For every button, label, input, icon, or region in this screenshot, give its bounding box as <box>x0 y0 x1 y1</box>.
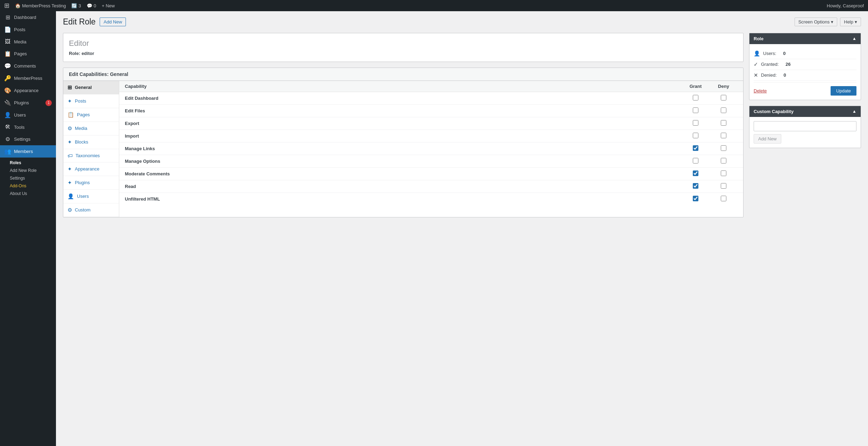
cap-deny-check[interactable] <box>710 95 738 102</box>
media-icon: 🖼 <box>4 39 11 45</box>
submenu-add-new-role[interactable]: Add New Role <box>0 167 56 174</box>
deny-checkbox[interactable] <box>721 145 726 151</box>
sidebar-item-label: Settings <box>14 137 30 142</box>
cap-grant-check[interactable] <box>682 107 710 114</box>
custom-icon: ⚙ <box>67 207 72 213</box>
deny-checkbox[interactable] <box>721 120 726 126</box>
custom-capability-input[interactable] <box>754 121 856 131</box>
cap-grant-check[interactable] <box>682 95 710 102</box>
sidebar-item-label: Tools <box>14 125 24 130</box>
cap-grant-check[interactable] <box>682 158 710 165</box>
submenu-roles[interactable]: Roles <box>0 158 56 167</box>
user-icon: 👤 <box>754 50 760 57</box>
help-button[interactable]: Help ▾ <box>840 18 861 26</box>
grant-checkbox[interactable] <box>693 133 698 138</box>
grant-checkbox[interactable] <box>693 120 698 126</box>
submenu-settings[interactable]: Settings <box>0 174 56 182</box>
sidebar-item-tools[interactable]: 🛠 Tools <box>0 121 56 133</box>
sidebar-item-pages[interactable]: 📋 Pages <box>0 48 56 60</box>
cap-nav-pages[interactable]: 📋 Pages <box>63 108 119 122</box>
cap-grant-check[interactable] <box>682 145 710 152</box>
plugins-icon: ✦ <box>67 180 72 186</box>
deny-checkbox[interactable] <box>721 158 726 163</box>
cap-grant-check[interactable] <box>682 183 710 190</box>
grant-checkbox[interactable] <box>693 107 698 113</box>
cap-grant-check[interactable] <box>682 170 710 177</box>
grant-checkbox[interactable] <box>693 145 698 151</box>
deny-checkbox[interactable] <box>721 170 726 176</box>
update-button[interactable]: Update <box>831 86 856 96</box>
deny-checkbox[interactable] <box>721 183 726 189</box>
cap-col-capability: Capability <box>125 84 682 89</box>
cap-nav-custom[interactable]: ⚙ Custom <box>63 203 119 217</box>
chevron-down-icon: ▾ <box>831 19 833 25</box>
wp-wrapper: ⊞ Dashboard 📄 Posts 🖼 Media 📋 Pages 💬 Co… <box>0 11 868 446</box>
cap-nav-appearance[interactable]: ✦ Appearance <box>63 162 119 176</box>
submenu-about-us[interactable]: About Us <box>0 190 56 197</box>
cap-grant-check[interactable] <box>682 120 710 127</box>
sidebar-item-members[interactable]: 👥 Members <box>0 145 56 158</box>
grant-checkbox[interactable] <box>693 158 698 163</box>
sidebar-item-posts[interactable]: 📄 Posts <box>0 23 56 36</box>
grant-checkbox[interactable] <box>693 183 698 189</box>
sidebar-item-media[interactable]: 🖼 Media <box>0 36 56 48</box>
deny-checkbox[interactable] <box>721 107 726 113</box>
add-cap-button[interactable]: Add New <box>754 134 781 144</box>
sidebar-item-appearance[interactable]: 🎨 Appearance <box>0 84 56 97</box>
updates-item[interactable]: 🔄 3 <box>71 3 81 8</box>
table-row: Export <box>119 117 743 130</box>
cap-grant-check[interactable] <box>682 133 710 139</box>
cap-nav-general[interactable]: ⊞ General <box>63 81 119 95</box>
x-icon: ✕ <box>754 72 758 78</box>
submenu-add-ons[interactable]: Add-Ons <box>0 182 56 190</box>
cap-name: Edit Dashboard <box>125 96 682 101</box>
sidebar-item-label: Pages <box>14 51 27 56</box>
cap-deny-check[interactable] <box>710 120 738 127</box>
custom-cap-panel-body: Add New <box>749 117 861 148</box>
pages-icon: 📋 <box>67 112 74 118</box>
cap-nav-plugins[interactable]: ✦ Plugins <box>63 176 119 190</box>
deny-checkbox[interactable] <box>721 95 726 100</box>
cap-nav-taxonomies[interactable]: 🏷 Taxonomies <box>63 149 119 162</box>
table-row: Edit Dashboard <box>119 92 743 105</box>
sidebar-item-comments[interactable]: 💬 Comments <box>0 60 56 72</box>
cap-nav-media[interactable]: ⚙ Media <box>63 122 119 135</box>
comments-item[interactable]: 💬 0 <box>87 3 96 8</box>
new-item[interactable]: + New <box>102 3 115 8</box>
grant-checkbox[interactable] <box>693 196 698 201</box>
cap-deny-check[interactable] <box>710 107 738 114</box>
role-panel-actions: Delete Update <box>754 82 856 96</box>
delete-button[interactable]: Delete <box>754 88 767 93</box>
sidebar-item-users[interactable]: 👤 Users <box>0 109 56 121</box>
cap-deny-check[interactable] <box>710 133 738 139</box>
appearance-icon: 🎨 <box>4 87 11 94</box>
cap-deny-check[interactable] <box>710 183 738 190</box>
cap-deny-check[interactable] <box>710 158 738 165</box>
cap-deny-check[interactable] <box>710 170 738 177</box>
deny-checkbox[interactable] <box>721 133 726 138</box>
site-name[interactable]: 🏠 MemberPress Testing <box>15 3 66 8</box>
cap-nav-users[interactable]: 👤 Users <box>63 190 119 203</box>
sidebar-item-dashboard[interactable]: ⊞ Dashboard <box>0 11 56 23</box>
cap-nav-posts[interactable]: ✦ Posts <box>63 95 119 108</box>
cap-name: Export <box>125 121 682 126</box>
admin-bar: ⊞ 🏠 MemberPress Testing 🔄 3 💬 0 + New Ho… <box>0 0 868 11</box>
denied-stat: ✕ Denied: 0 <box>754 70 856 81</box>
page-title: Edit Role <box>63 17 95 27</box>
cap-grant-check[interactable] <box>682 196 710 202</box>
custom-cap-panel-header: Custom Capability ▲ <box>749 106 861 117</box>
grant-checkbox[interactable] <box>693 95 698 100</box>
cap-name: Unfiltered HTML <box>125 196 682 202</box>
editor-box: Editor Role: editor <box>63 33 744 62</box>
add-new-button[interactable]: Add New <box>100 18 126 26</box>
grant-checkbox[interactable] <box>693 170 698 176</box>
sidebar-item-settings[interactable]: ⚙ Settings <box>0 133 56 145</box>
sidebar-item-memberpress[interactable]: 🔑 MemberPress <box>0 72 56 84</box>
screen-options-button[interactable]: Screen Options ▾ <box>795 18 838 26</box>
cap-nav-blocks[interactable]: ✦ Blocks <box>63 135 119 149</box>
active-bar <box>0 145 1 158</box>
sidebar-item-plugins[interactable]: 🔌 Plugins 1 <box>0 97 56 109</box>
cap-deny-check[interactable] <box>710 145 738 152</box>
deny-checkbox[interactable] <box>721 196 726 201</box>
cap-deny-check[interactable] <box>710 196 738 202</box>
